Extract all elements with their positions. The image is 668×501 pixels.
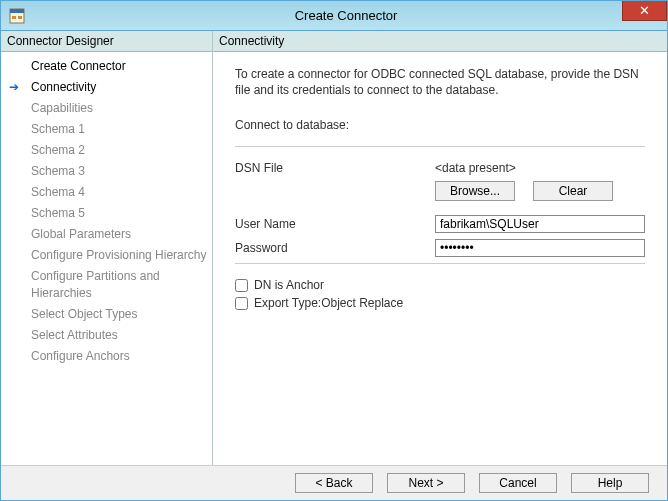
nav-item-label: Configure Provisioning Hierarchy (31, 248, 206, 262)
page-description: To create a connector for ODBC connected… (235, 66, 645, 98)
export-type-label: Export Type:Object Replace (254, 296, 403, 310)
page-body: To create a connector for ODBC connected… (213, 52, 667, 465)
nav-item-configure-anchors[interactable]: Configure Anchors (1, 346, 212, 367)
svg-rect-1 (10, 9, 24, 13)
nav-item-label: Connectivity (31, 80, 96, 94)
export-type-checkbox[interactable] (235, 297, 248, 310)
svg-rect-2 (12, 16, 16, 19)
close-icon: ✕ (639, 3, 650, 18)
help-button[interactable]: Help (571, 473, 649, 493)
nav-item-label: Select Attributes (31, 328, 118, 342)
dsn-row: DSN File <data present> (235, 161, 645, 175)
nav-item-create-connector[interactable]: Create Connector (1, 56, 212, 77)
dsn-value: <data present> (435, 161, 645, 175)
left-panel-header: Connector Designer (1, 31, 212, 52)
nav-item-configure-provisioning-hierarchy[interactable]: Configure Provisioning Hierarchy (1, 245, 212, 266)
left-panel: Connector Designer Create Connector➔Conn… (1, 31, 213, 465)
nav-item-label: Schema 4 (31, 185, 85, 199)
svg-rect-3 (18, 16, 22, 19)
nav-item-label: Schema 1 (31, 122, 85, 136)
export-type-row: Export Type:Object Replace (235, 296, 645, 310)
clear-button[interactable]: Clear (533, 181, 613, 201)
wizard-nav: Create Connector➔ConnectivityCapabilitie… (1, 52, 212, 465)
title-bar: Create Connector ✕ (1, 1, 667, 31)
nav-item-label: Create Connector (31, 59, 126, 73)
browse-button[interactable]: Browse... (435, 181, 515, 201)
dn-anchor-label: DN is Anchor (254, 278, 324, 292)
dsn-button-row: Browse... Clear (435, 181, 645, 201)
nav-item-label: Schema 2 (31, 143, 85, 157)
nav-item-schema-1[interactable]: Schema 1 (1, 119, 212, 140)
right-panel: Connectivity To create a connector for O… (213, 31, 667, 465)
nav-item-schema-2[interactable]: Schema 2 (1, 140, 212, 161)
divider (235, 146, 645, 147)
connect-subheader: Connect to database: (235, 118, 645, 132)
wizard-footer: < Back Next > Cancel Help (1, 466, 667, 500)
nav-item-label: Global Parameters (31, 227, 131, 241)
nav-item-capabilities[interactable]: Capabilities (1, 98, 212, 119)
password-input[interactable] (435, 239, 645, 257)
divider-2 (235, 263, 645, 264)
close-button[interactable]: ✕ (622, 1, 667, 21)
password-label: Password (235, 241, 435, 255)
nav-item-schema-5[interactable]: Schema 5 (1, 203, 212, 224)
nav-item-global-parameters[interactable]: Global Parameters (1, 224, 212, 245)
nav-item-label: Schema 3 (31, 164, 85, 178)
main-area: Connector Designer Create Connector➔Conn… (1, 31, 667, 466)
nav-item-schema-4[interactable]: Schema 4 (1, 182, 212, 203)
nav-item-configure-partitions-and-hierarchies[interactable]: Configure Partitions and Hierarchies (1, 266, 212, 304)
nav-item-label: Configure Anchors (31, 349, 130, 363)
dn-anchor-checkbox[interactable] (235, 279, 248, 292)
window-form-icon (9, 8, 25, 24)
nav-item-label: Capabilities (31, 101, 93, 115)
window-title: Create Connector (25, 8, 667, 23)
username-label: User Name (235, 217, 435, 231)
username-input[interactable] (435, 215, 645, 233)
nav-item-connectivity[interactable]: ➔Connectivity (1, 77, 212, 98)
app-icon (9, 8, 25, 24)
nav-item-schema-3[interactable]: Schema 3 (1, 161, 212, 182)
username-row: User Name (235, 215, 645, 233)
nav-item-select-object-types[interactable]: Select Object Types (1, 304, 212, 325)
nav-item-select-attributes[interactable]: Select Attributes (1, 325, 212, 346)
dsn-label: DSN File (235, 161, 435, 175)
current-step-arrow-icon: ➔ (9, 79, 19, 96)
dn-anchor-row: DN is Anchor (235, 278, 645, 292)
cancel-button[interactable]: Cancel (479, 473, 557, 493)
back-button[interactable]: < Back (295, 473, 373, 493)
right-panel-header: Connectivity (213, 31, 667, 52)
nav-item-label: Schema 5 (31, 206, 85, 220)
next-button[interactable]: Next > (387, 473, 465, 493)
nav-item-label: Select Object Types (31, 307, 138, 321)
password-row: Password (235, 239, 645, 257)
nav-item-label: Configure Partitions and Hierarchies (31, 269, 160, 300)
